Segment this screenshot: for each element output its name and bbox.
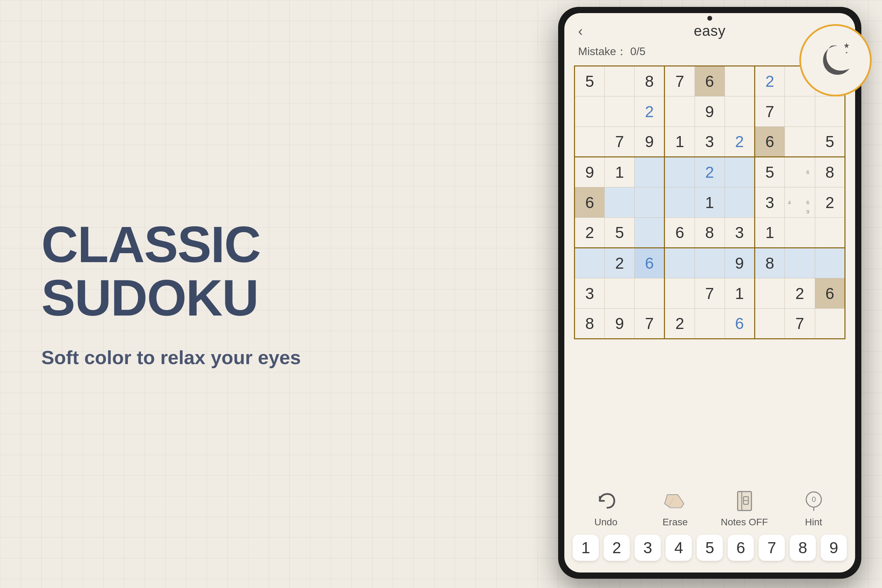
cell-0-0[interactable]: 5 <box>574 66 604 96</box>
cell-1-7[interactable] <box>784 96 815 127</box>
cell-6-0[interactable] <box>574 248 604 278</box>
hint-button[interactable]: 0 Hint <box>790 489 838 528</box>
cell-2-3[interactable]: 1 <box>664 127 694 157</box>
cell-2-6[interactable]: 6 <box>754 127 784 157</box>
cell-2-2[interactable]: 9 <box>634 127 664 157</box>
cell-0-1[interactable] <box>604 66 634 96</box>
cell-8-8[interactable] <box>815 309 845 339</box>
cell-0-2[interactable]: 8 <box>634 66 664 96</box>
cell-5-6[interactable]: 1 <box>754 218 784 248</box>
cell-1-0[interactable] <box>574 96 604 127</box>
cell-3-6[interactable]: 5 <box>754 157 784 188</box>
num-btn-9[interactable]: 9 <box>820 535 847 561</box>
cell-3-8[interactable]: 8 <box>815 157 845 188</box>
app-title: CLASSIC SUDOKU <box>41 218 310 325</box>
cell-3-0[interactable]: 9 <box>574 157 604 188</box>
cell-3-2[interactable] <box>634 157 664 188</box>
undo-label: Undo <box>594 517 617 528</box>
cell-3-1[interactable]: 1 <box>604 157 634 188</box>
cell-4-8[interactable]: 2 <box>815 188 845 218</box>
cell-1-6[interactable]: 7 <box>754 96 784 127</box>
cell-2-4[interactable]: 3 <box>694 127 724 157</box>
cell-4-1[interactable] <box>604 188 634 218</box>
num-btn-4[interactable]: 4 <box>666 535 692 561</box>
cell-8-0[interactable]: 8 <box>574 309 604 339</box>
cell-4-3[interactable] <box>664 188 694 218</box>
cell-6-1[interactable]: 2 <box>604 248 634 278</box>
num-btn-3[interactable]: 3 <box>634 535 661 561</box>
cell-7-3[interactable] <box>664 278 694 309</box>
cell-7-2[interactable] <box>634 278 664 309</box>
cell-6-4[interactable] <box>694 248 724 278</box>
cell-4-6[interactable]: 3 <box>754 188 784 218</box>
cell-1-8[interactable] <box>815 96 845 127</box>
cell-3-5[interactable] <box>724 157 754 188</box>
cell-7-5[interactable]: 1 <box>724 278 754 309</box>
cell-5-2[interactable] <box>634 218 664 248</box>
cell-2-5[interactable]: 2 <box>724 127 754 157</box>
cell-6-7[interactable] <box>784 248 815 278</box>
cell-4-4[interactable]: 1 <box>694 188 724 218</box>
cell-2-7[interactable] <box>784 127 815 157</box>
cell-5-4[interactable]: 8 <box>694 218 724 248</box>
cell-2-8[interactable]: 5 <box>815 127 845 157</box>
toolbar: Undo Erase <box>564 480 855 531</box>
cell-3-7[interactable]: 6 <box>784 157 815 188</box>
cell-6-8[interactable] <box>815 248 845 278</box>
num-btn-8[interactable]: 8 <box>790 535 816 561</box>
cell-5-1[interactable]: 5 <box>604 218 634 248</box>
cell-8-3[interactable]: 2 <box>664 309 694 339</box>
cell-8-7[interactable]: 7 <box>784 309 815 339</box>
cell-8-6[interactable] <box>754 309 784 339</box>
cell-2-0[interactable] <box>574 127 604 157</box>
cell-5-8[interactable] <box>815 218 845 248</box>
cell-7-7[interactable]: 2 <box>784 278 815 309</box>
cell-3-4[interactable]: 2 <box>694 157 724 188</box>
notes-button[interactable]: Notes OFF <box>720 489 769 528</box>
cell-0-4[interactable]: 6 <box>694 66 724 96</box>
erase-button[interactable]: Erase <box>651 489 699 528</box>
cell-5-3[interactable]: 6 <box>664 218 694 248</box>
cell-7-0[interactable]: 3 <box>574 278 604 309</box>
cell-7-6[interactable] <box>754 278 784 309</box>
cell-4-0[interactable]: 6 <box>574 188 604 218</box>
cell-4-2[interactable] <box>634 188 664 218</box>
num-btn-2[interactable]: 2 <box>604 535 630 561</box>
cell-1-5[interactable] <box>724 96 754 127</box>
cell-6-3[interactable] <box>664 248 694 278</box>
back-button[interactable]: ‹ <box>578 23 583 39</box>
cell-7-4[interactable]: 7 <box>694 278 724 309</box>
cell-1-3[interactable] <box>664 96 694 127</box>
cell-5-7[interactable] <box>784 218 815 248</box>
cell-8-5[interactable]: 6 <box>724 309 754 339</box>
cell-1-1[interactable] <box>604 96 634 127</box>
cell-5-5[interactable]: 3 <box>724 218 754 248</box>
num-btn-6[interactable]: 6 <box>728 535 754 561</box>
cell-3-3[interactable] <box>664 157 694 188</box>
cell-1-2[interactable]: 2 <box>634 96 664 127</box>
num-btn-7[interactable]: 7 <box>759 535 785 561</box>
cell-0-6[interactable]: 2 <box>754 66 784 96</box>
notes-label: Notes OFF <box>721 517 768 528</box>
cell-5-0[interactable]: 2 <box>574 218 604 248</box>
cell-1-4[interactable]: 9 <box>694 96 724 127</box>
cell-0-5[interactable] <box>724 66 754 96</box>
dark-mode-button[interactable] <box>800 24 872 96</box>
cell-4-5[interactable] <box>724 188 754 218</box>
undo-button[interactable]: Undo <box>582 489 630 528</box>
cell-7-1[interactable] <box>604 278 634 309</box>
cell-6-2[interactable]: 6 <box>634 248 664 278</box>
cell-6-6[interactable]: 8 <box>754 248 784 278</box>
cell-7-8[interactable]: 6 <box>815 278 845 309</box>
cell-0-3[interactable]: 7 <box>664 66 694 96</box>
title-line2: SUDOKU <box>41 269 258 326</box>
cell-4-7[interactable]: 469 <box>784 188 815 218</box>
cell-2-1[interactable]: 7 <box>604 127 634 157</box>
cell-8-2[interactable]: 7 <box>634 309 664 339</box>
num-btn-1[interactable]: 1 <box>573 535 599 561</box>
num-btn-5[interactable]: 5 <box>697 535 723 561</box>
cell-8-1[interactable]: 9 <box>604 309 634 339</box>
tablet-screen: ‹ easy Mistake： 0/5 58762297791326591256… <box>564 13 855 573</box>
cell-6-5[interactable]: 9 <box>724 248 754 278</box>
cell-8-4[interactable] <box>694 309 724 339</box>
